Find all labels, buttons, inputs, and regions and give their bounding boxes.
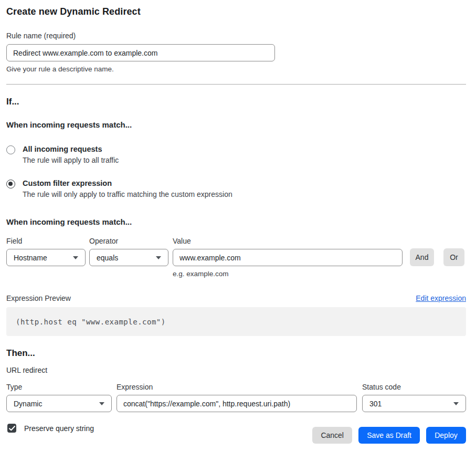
type-select[interactable]: Dynamic (6, 395, 112, 412)
radio-option-all-incoming-requests[interactable]: All incoming requests The rule will appl… (6, 145, 466, 164)
rule-name-input[interactable] (6, 44, 275, 61)
redirect-config-row: Type Dynamic Expression Status code 301 (6, 383, 466, 412)
field-select[interactable]: Hostname (6, 249, 86, 266)
expression-code-text: (http.host eq "www.example.com") (16, 318, 166, 326)
expression-preview-code: (http.host eq "www.example.com") (6, 307, 466, 336)
cancel-button[interactable]: Cancel (312, 427, 352, 444)
status-code-select-value: 301 (369, 400, 382, 408)
radio-option-label: All incoming requests (23, 145, 119, 153)
checkbox-checked[interactable] (7, 424, 16, 433)
filter-builder-heading: When incoming requests match... (6, 217, 466, 226)
chevron-down-icon (453, 402, 459, 405)
value-input[interactable] (173, 249, 403, 266)
status-code-select[interactable]: 301 (362, 395, 466, 412)
form-actions: Cancel Save as Draft Deploy (312, 427, 466, 444)
if-heading: If... (6, 97, 466, 107)
save-as-draft-button[interactable]: Save as Draft (358, 427, 420, 444)
radio-button-unchecked[interactable] (6, 145, 15, 154)
chevron-down-icon (99, 402, 104, 405)
operator-label: Operator (89, 237, 168, 245)
type-select-value: Dynamic (14, 400, 42, 408)
rule-name-helper: Give your rule a descriptive name. (6, 65, 466, 73)
expression-label: Expression (117, 383, 357, 391)
chevron-down-icon (156, 256, 161, 259)
page-title: Create new Dynamic Redirect (6, 6, 466, 17)
expression-preview-label: Expression Preview (6, 294, 71, 302)
or-button[interactable]: Or (443, 248, 464, 266)
url-redirect-label: URL redirect (6, 366, 466, 374)
operator-select-value: equals (97, 254, 118, 262)
then-heading: Then... (6, 348, 466, 359)
radio-option-description: The rule will apply to all traffic (23, 156, 119, 164)
section-divider (6, 84, 466, 85)
redirect-expression-input[interactable] (117, 395, 357, 412)
field-label: Field (6, 237, 86, 245)
create-dynamic-redirect-form: Create new Dynamic Redirect Rule name (r… (0, 0, 476, 433)
deploy-button[interactable]: Deploy (426, 427, 466, 444)
rule-name-label: Rule name (required) (6, 32, 466, 40)
radio-option-label: Custom filter expression (23, 179, 232, 187)
type-label: Type (6, 383, 112, 391)
and-button[interactable]: And (410, 248, 434, 266)
radio-button-checked[interactable] (6, 180, 15, 188)
edit-expression-link[interactable]: Edit expression (416, 294, 466, 302)
incoming-requests-match-heading: When incoming requests match... (6, 120, 466, 129)
radio-option-description: The rule will only apply to traffic matc… (23, 190, 232, 198)
preserve-query-string-label: Preserve query string (24, 424, 94, 433)
filter-builder-row: Field Hostname Operator equals Value And… (6, 237, 466, 266)
chevron-down-icon (73, 256, 78, 259)
value-helper: e.g. example.com (173, 270, 466, 278)
checkmark-icon (9, 426, 15, 431)
status-code-label: Status code (362, 383, 466, 391)
field-select-value: Hostname (14, 254, 47, 262)
value-label: Value (173, 237, 403, 245)
radio-option-custom-filter-expression[interactable]: Custom filter expression The rule will o… (6, 179, 466, 198)
operator-select[interactable]: equals (89, 249, 168, 266)
